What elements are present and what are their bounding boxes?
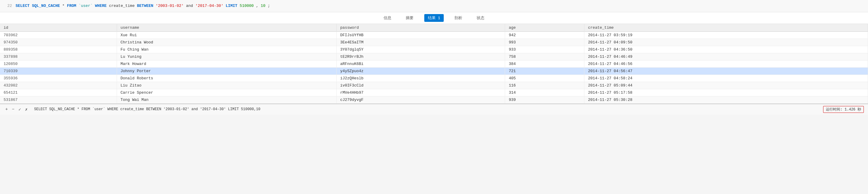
table-row[interactable]: 432002Liu Zitaoiv0IF3cCld1162014-11-27 0… (0, 82, 868, 89)
cell-age: 993 (505, 38, 584, 46)
sql-keyword-limit: LIMIT (226, 4, 240, 8)
cell-create_time: 2014-11-27 05:30:28 (584, 96, 868, 103)
cell-age: 314 (505, 89, 584, 96)
sql-date-start: '2003-01-02' (156, 4, 184, 8)
sql-keyword-no-cache: SQL_NO_CACHE (32, 4, 60, 8)
cell-id: 531867 (0, 96, 117, 103)
cell-id: 974350 (0, 38, 117, 46)
table-header: id username password age create_time (0, 24, 868, 32)
sql-keyword-between: BETWEEN (137, 4, 154, 8)
cell-password: cJ279dyvgF (336, 96, 505, 103)
sql-line: 22 SELECT SQL_NO_CACHE * FROM `user` WHE… (0, 0, 868, 12)
cell-password: 3Ee4ESaITM (336, 38, 505, 46)
cell-create_time: 2014-11-27 04:46:49 (584, 53, 868, 60)
cell-id: 120850 (0, 60, 117, 67)
line-number: 22 (5, 3, 12, 9)
sql-keyword-select: SELECT (16, 4, 30, 8)
cell-password: DFIJsUYfHB (336, 31, 505, 38)
table-row[interactable]: 889358Fu Ching Wan3Y07dglq5Y9332014-11-2… (0, 46, 868, 53)
sql-code: SELECT SQL_NO_CACHE * FROM `user` WHERE … (16, 3, 863, 9)
sql-comma: , (256, 4, 258, 8)
cell-password: y4ySZpuo4z (336, 67, 505, 75)
tabs-bar: 信息 摘要 结果 1 剖析 状态 (0, 12, 868, 24)
sql-limit-offset: 510000 (240, 4, 254, 8)
cancel-button[interactable]: ✗ (24, 107, 29, 112)
cell-username: Johnny Porter (117, 67, 336, 75)
sql-keyword-and: and (186, 4, 193, 8)
cell-id: 355936 (0, 75, 117, 82)
col-age: age (505, 24, 584, 32)
cell-id: 337898 (0, 53, 117, 60)
col-create-time: create_time (584, 24, 868, 32)
status-bar: + − ✓ ✗ SELECT SQL_NO_CACHE * FROM `user… (0, 104, 868, 115)
cell-username: Fu Ching Wan (117, 46, 336, 53)
col-id: id (0, 24, 117, 32)
cell-password: tE2R9rrBJh (336, 53, 505, 60)
remove-button[interactable]: − (11, 107, 16, 112)
sql-table-name: `user` (79, 4, 95, 8)
cell-password: 3Y07dglq5Y (336, 46, 505, 53)
check-button[interactable]: ✓ (18, 107, 22, 112)
table-row[interactable]: 120850Mark HowardaRFnnuK6Bi3842014-11-27… (0, 60, 868, 67)
add-button[interactable]: + (4, 107, 9, 112)
table-row[interactable]: 703962Xue RuiDFIJsUYfHB9422014-11-27 03:… (0, 31, 868, 38)
cell-age: 939 (505, 96, 584, 103)
cell-password: aRFnnuK6Bi (336, 60, 505, 67)
cell-password: iJ2zQHeslb (336, 75, 505, 82)
table-row[interactable]: 531867Tong Wai MancJ279dyvgF9392014-11-2… (0, 96, 868, 103)
cell-username: Liu Zitao (117, 82, 336, 89)
tab-status[interactable]: 状态 (473, 14, 488, 22)
tab-summary[interactable]: 摘要 (402, 14, 417, 22)
tab-profile[interactable]: 剖析 (451, 14, 466, 22)
cell-password: iv0IF3cCld (336, 82, 505, 89)
cell-create_time: 2014-11-27 04:09:50 (584, 38, 868, 46)
cell-username: Carrie Spencer (117, 89, 336, 96)
cell-username: Christina Wood (117, 38, 336, 46)
tab-info[interactable]: 信息 (380, 14, 395, 22)
cell-age: 116 (505, 82, 584, 89)
result-table-container: id username password age create_time 703… (0, 24, 868, 104)
col-password: password (336, 24, 505, 32)
cell-username: Mark Howard (117, 60, 336, 67)
cell-username: Donald Roberts (117, 75, 336, 82)
sql-limit-count: 10 (260, 4, 266, 8)
table-row[interactable]: 337898Lu YuningtE2R9rrBJh7582014-11-27 0… (0, 53, 868, 60)
status-actions: + − ✓ ✗ (4, 107, 29, 112)
cell-id: 889358 (0, 46, 117, 53)
cell-id: 703962 (0, 31, 117, 38)
cell-create_time: 2014-11-27 05:17:58 (584, 89, 868, 96)
status-sql-preview: SELECT SQL_NO_CACHE * FROM `user` WHERE … (34, 107, 820, 111)
table-row[interactable]: 710339Johnny Portery4ySZpuo4z7212014-11-… (0, 67, 868, 75)
cell-age: 405 (505, 75, 584, 82)
cell-username: Xue Rui (117, 31, 336, 38)
table-row[interactable]: 355936Donald RobertsiJ2zQHeslb4052014-11… (0, 75, 868, 82)
cell-age: 384 (505, 60, 584, 67)
cell-create_time: 2014-11-27 04:56:47 (584, 67, 868, 75)
cell-username: Tong Wai Man (117, 96, 336, 103)
cell-id: 432002 (0, 82, 117, 89)
sql-date-end: '2017-04-30' (195, 4, 223, 8)
table-body: 703962Xue RuiDFIJsUYfHB9422014-11-27 03:… (0, 31, 868, 103)
sql-keyword-where: WHERE (95, 4, 106, 8)
cell-create_time: 2014-11-27 03:59:19 (584, 31, 868, 38)
result-table: id username password age create_time 703… (0, 24, 868, 104)
cell-age: 942 (505, 31, 584, 38)
cell-create_time: 2014-11-27 04:46:56 (584, 60, 868, 67)
cell-create_time: 2014-11-27 05:09:44 (584, 82, 868, 89)
col-username: username (117, 24, 336, 32)
cell-password: rMVe4HHb97 (336, 89, 505, 96)
cell-id: 654121 (0, 89, 117, 96)
sql-wildcard: * (62, 4, 67, 8)
tab-result1[interactable]: 结果 1 (424, 14, 444, 22)
cell-age: 721 (505, 67, 584, 75)
table-row[interactable]: 974350Christina Wood3Ee4ESaITM9932014-11… (0, 38, 868, 46)
sql-semicolon: ; (268, 4, 270, 8)
table-row[interactable]: 654121Carrie SpencerrMVe4HHb973142014-11… (0, 89, 868, 96)
cell-create_time: 2014-11-27 04:58:24 (584, 75, 868, 82)
cell-age: 758 (505, 53, 584, 60)
cell-age: 933 (505, 46, 584, 53)
sql-keyword-from: FROM (67, 4, 76, 8)
runtime-badge: 运行时间: 1.426 秒 (823, 106, 864, 113)
cell-username: Lu Yuning (117, 53, 336, 60)
sql-column-create-time: create_time (109, 4, 137, 8)
